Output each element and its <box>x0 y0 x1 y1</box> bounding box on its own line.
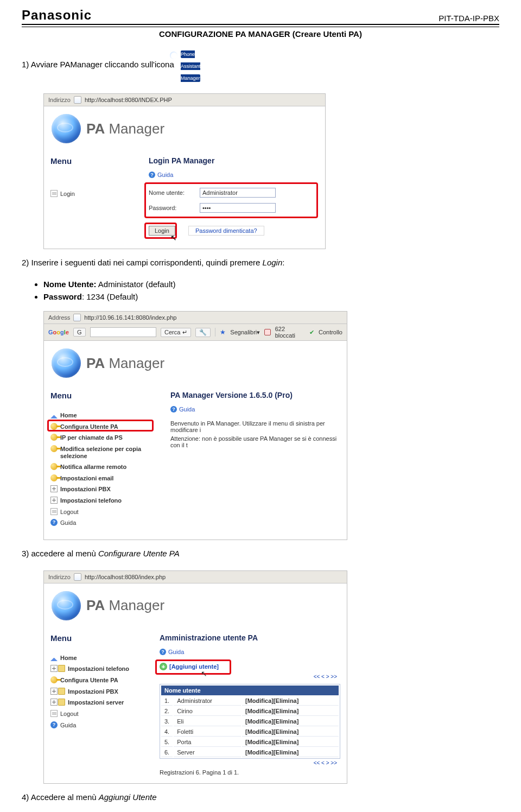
sidebar-item-notifica[interactable]: Notifica allarme remoto <box>50 461 157 473</box>
step3-text: 3) accedere al menù <box>22 549 98 558</box>
pager-bottom[interactable]: << < > >> <box>160 759 340 767</box>
forgot-password-link[interactable]: Password dimenticata? <box>188 226 264 236</box>
address-url: http://localhost:8080/INDEX.PHP <box>85 97 172 103</box>
key-icon <box>50 474 58 481</box>
sidebar-item-label: Impostazioni telefono <box>60 665 129 672</box>
google-g-button[interactable]: G <box>73 328 86 337</box>
sidebar-item-label: Home <box>60 412 77 418</box>
step1-text: 1) Avviare PAManager cliccando sull'icon… <box>22 60 174 69</box>
sidebar-item-label: Notifica allarme remoto <box>60 464 126 470</box>
folder-icon <box>58 699 65 706</box>
step3-line: 3) accedere al menù Configurare Utente P… <box>22 548 499 560</box>
row-username: Administrator <box>174 696 241 706</box>
sidebar-item-label: Guida <box>60 722 76 728</box>
sidebar-item-modifica-selezione[interactable]: Modifica selezione per copia selezione <box>50 443 157 461</box>
help-link[interactable]: Guida <box>170 406 340 413</box>
globe-icon <box>52 591 81 620</box>
sidebar-item-telefono[interactable]: Impostazioni telefono <box>50 495 157 506</box>
document-icon <box>50 710 58 717</box>
main-pane: Amministrazione utente PA Guida + [Aggiu… <box>153 628 347 783</box>
menu-heading: Menu <box>50 633 146 643</box>
row-username: Cirino <box>174 707 241 716</box>
sidebar-item-email[interactable]: Impostazioni email <box>50 473 157 484</box>
row-username: Porta <box>174 738 241 747</box>
panel-title: Amministrazione utente PA <box>160 633 340 642</box>
page-icon <box>74 573 81 581</box>
banner-text: PA Manager <box>86 355 164 372</box>
step4-text: 4) Accedere al menù <box>22 792 99 802</box>
help-label: Guida <box>179 406 195 413</box>
welcome-text: Benvenuto in PA Manager. Utilizzare il m… <box>170 420 340 433</box>
key-icon <box>50 434 58 441</box>
row-actions[interactable]: [Modifica][Elimina] <box>242 727 339 737</box>
table-header: Nome utente <box>161 686 339 695</box>
sidebar-item-pbx[interactable]: Impostazioni PBX <box>50 484 157 495</box>
sidebar-item-label: Impostazioni telefono <box>60 497 122 504</box>
table-row: 4.Foletti[Modifica][Elimina] <box>161 727 339 737</box>
row-actions[interactable]: [Modifica][Elimina] <box>242 748 339 757</box>
address-url: http://localhost:8080/index.php <box>85 574 166 580</box>
menu-heading: Menu <box>50 156 135 166</box>
sidebar-item-server[interactable]: Impostazioni server <box>50 697 146 708</box>
row-actions[interactable]: [Modifica][Elimina] <box>242 707 339 716</box>
record-count: Registrazioni 6. Pagina 1 di 1. <box>160 769 340 776</box>
separator <box>215 328 215 337</box>
sidebar-item-telefono[interactable]: Impostazioni telefono <box>50 663 146 675</box>
sidebar-item-configura-utente[interactable]: Configura Utente PA <box>50 675 146 686</box>
row-actions[interactable]: [Modifica][Elimina] <box>242 717 339 726</box>
sidebar-item-pbx[interactable]: Impostazioni PBX <box>50 686 146 697</box>
address-label: Address <box>48 314 70 321</box>
sidebar-item-label: Impostazioni PBX <box>60 486 111 492</box>
key-icon <box>50 463 58 470</box>
table-row: 1.Administrator[Modifica][Elimina] <box>161 696 339 706</box>
control-button[interactable]: Controllo <box>319 329 342 335</box>
sidebar-item-logout[interactable]: Logout <box>50 506 157 518</box>
sidebar-item-guida[interactable]: Guida <box>50 517 157 529</box>
expand-icon <box>50 699 58 706</box>
pa-icon-caption: Phone Assistant Manager <box>181 50 201 82</box>
address-label: Indirizzo <box>48 574 71 580</box>
expand-icon <box>50 497 58 504</box>
row-actions[interactable]: [Modifica][Elimina] <box>242 738 339 747</box>
highlight-configura-utente <box>47 420 154 432</box>
sidebar-item-label: Modifica selezione per copia selezione <box>60 446 141 459</box>
app-banner: PA Manager <box>44 106 325 151</box>
sidebar-item-guida[interactable]: Guida <box>50 720 146 731</box>
address-bar: Indirizzo http://localhost:8080/index.ph… <box>44 571 347 583</box>
address-bar: Indirizzo http://localhost:8080/INDEX.PH… <box>44 94 325 106</box>
row-index: 1. <box>161 696 173 706</box>
main-pane: Login PA Manager Guida Nome utente: Admi… <box>142 151 325 249</box>
sidebar-item-label: Home <box>60 655 77 661</box>
user-table: Nome utente 1.Administrator[Modifica][El… <box>160 684 340 759</box>
search-button[interactable]: Cerca ↵ <box>161 328 191 337</box>
sidebar-item-label: Logout <box>60 509 79 515</box>
help-icon <box>50 519 58 526</box>
warning-text: Attenzione: non è possibile usare PA Man… <box>170 435 340 448</box>
pa-manager-desktop-icon[interactable]: Phone Assistant Manager <box>181 47 211 83</box>
step2-line: 2) Inserire i seguenti dati nei campi co… <box>22 257 499 269</box>
google-search-input[interactable] <box>90 327 157 337</box>
key-icon <box>50 445 58 452</box>
sidebar-item-ip[interactable]: IP per chiamate da PS <box>50 432 157 443</box>
help-link[interactable]: Guida <box>149 172 319 178</box>
sidebar-item-logout[interactable]: Logout <box>50 708 146 720</box>
highlight-add-user <box>155 659 231 675</box>
sidebar-item-label: IP per chiamate da PS <box>60 434 123 441</box>
sidebar-item-label: Configura Utente PA <box>60 677 118 683</box>
bookmarks-button[interactable]: Segnalibri▾ <box>230 329 260 336</box>
key-icon <box>50 676 58 683</box>
sidebar-item-login[interactable]: Login <box>50 188 135 200</box>
help-icon <box>50 721 58 728</box>
home-icon <box>50 411 58 418</box>
row-actions[interactable]: [Modifica][Elimina] <box>242 696 339 706</box>
sidebar-item-home[interactable]: Home <box>50 652 146 664</box>
sidebar-item-label: Impostazioni PBX <box>60 688 118 695</box>
page-icon <box>74 96 81 104</box>
star-icon[interactable]: ★ <box>220 328 226 336</box>
app-banner: PA Manager <box>44 583 347 628</box>
doc-code: PIT-TDA-IP-PBX <box>439 14 499 23</box>
toolbar-extra[interactable]: 🔧 <box>195 328 211 337</box>
help-link[interactable]: Guida <box>160 649 340 655</box>
banner-text: PA Manager <box>86 120 164 137</box>
row-index: 2. <box>161 707 173 716</box>
